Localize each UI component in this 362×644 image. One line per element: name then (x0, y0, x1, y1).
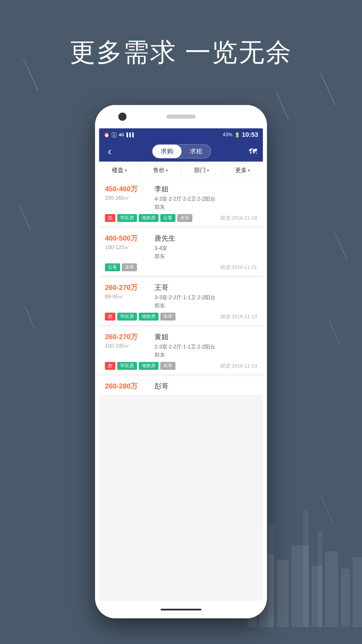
listing-price-area-4: 260-280万 (105, 382, 149, 393)
phone-screen: ⏰ 1 4G ▌▌▌ 43% 🔋 10:53 ‹ 求购 求租 (99, 128, 263, 601)
filter-building[interactable]: 楼盘 ▾ (99, 162, 140, 179)
listing-info-3: 黄姐 2-3室·2-2厅·1-1卫·2-2阳台 郑东 (154, 332, 257, 358)
listing-card-2[interactable]: 260-270万 89-95㎡ 王哥 3-3室·2-2厅·1-1卫·2-2阳台 … (99, 278, 263, 325)
tag-metro-0: 地铁房 (139, 214, 159, 222)
filter-price[interactable]: 售价 ▾ (140, 162, 181, 179)
battery-text: 43% (223, 132, 233, 138)
filter-more-arrow: ▾ (248, 168, 250, 173)
filter-more[interactable]: 更多 ▾ (222, 162, 263, 179)
listing-card-0[interactable]: 450-460万 200-260㎡ 李姐 4-3室·2-2厅·2-2卫·2-2阳… (99, 179, 263, 226)
tab-group-container: 求购 求租 (152, 144, 211, 158)
filter-dept[interactable]: 部门 ▾ (181, 162, 222, 179)
listing-price-3: 260-270万 (105, 332, 138, 341)
tag-school-0: 学区房 (117, 214, 137, 222)
listing-area-1: 100-120㎡ (105, 244, 129, 251)
filter-building-arrow: ▾ (125, 168, 127, 173)
nav-bar: ‹ 求购 求租 🗺 (99, 141, 263, 162)
listing-area-3: 100-105㎡ (105, 342, 129, 349)
listing-price-2: 260-270万 (105, 283, 138, 292)
tag-urgent-3: 急 (105, 362, 115, 370)
phone-frame: ⏰ 1 4G ▌▌▌ 43% 🔋 10:53 ‹ 求购 求租 (95, 105, 267, 618)
listing-info-0: 李姐 4-3室·2-2厅·2-2卫·2-2阳台 郑东 (154, 184, 257, 211)
listing-tags-1: 公客 未审 (105, 263, 137, 271)
listing-card-3[interactable]: 260-270万 100-105㎡ 黄姐 2-3室·2-2厅·1-1卫·2-2阳… (99, 327, 263, 374)
listing-footer-3: 急 学区房 地铁房 未审 跟进:2016-11-23 (105, 362, 257, 370)
map-icon[interactable]: 🗺 (249, 147, 257, 156)
listing-info-4: 彭哥 (154, 382, 257, 393)
filter-more-label: 更多 (235, 166, 247, 174)
tag-metro-3: 地铁房 (139, 362, 159, 370)
listing-price-area-2: 260-270万 89-95㎡ (105, 283, 149, 309)
listing-price-1: 400-500万 (105, 234, 138, 243)
filter-dept-label: 部门 (194, 166, 206, 174)
tab-group: 求购 求租 (115, 144, 249, 158)
listing-tags-0: 急 学区房 地铁房 公客 未审 (105, 214, 192, 222)
filter-price-label: 售价 (153, 166, 165, 174)
listing-footer-0: 急 学区房 地铁房 公客 未审 跟进:2016-11-18 (105, 214, 257, 222)
status-right: 43% 🔋 10:53 (223, 131, 258, 139)
filter-dept-arrow: ▾ (207, 168, 209, 173)
time-display: 10:53 (242, 131, 258, 139)
listing-location-3: 郑东 (154, 351, 257, 358)
filter-building-label: 楼盘 (112, 166, 124, 174)
tag-pending-0: 未审 (177, 214, 192, 222)
status-bar: ⏰ 1 4G ▌▌▌ 43% 🔋 10:53 (99, 128, 263, 141)
signal-icon: ▌▌▌ (126, 132, 135, 137)
sim-icon: 1 (112, 132, 116, 137)
listing-name-4: 彭哥 (154, 382, 257, 391)
listing-main-4: 260-280万 彭哥 (105, 382, 257, 393)
listing-tags-2: 急 学区房 地铁房 未审 (105, 313, 175, 321)
listing-price-area-0: 450-460万 200-260㎡ (105, 184, 149, 211)
listing-main-1: 400-500万 100-120㎡ 唐先生 3-4室 郑东 (105, 234, 257, 260)
listing-detail-3: 2-3室·2-2厅·1-1卫·2-2阳台 (154, 343, 257, 350)
listing-location-1: 郑东 (154, 253, 257, 260)
listing-price-4: 260-280万 (105, 382, 138, 391)
listing-detail-0: 4-3室·2-2厅·2-2卫·2-2阳台 (154, 195, 257, 202)
listing-main-2: 260-270万 89-95㎡ 王哥 3-3室·2-2厅·1-1卫·2-2阳台 … (105, 283, 257, 309)
listing-info-2: 王哥 3-3室·2-2厅·1-1卫·2-2阳台 郑东 (154, 283, 257, 309)
tag-school-3: 学区房 (117, 362, 137, 370)
listing-date-1: 跟进:2016-11-21 (220, 264, 257, 271)
tag-pending-3: 未审 (160, 362, 175, 370)
listing-area-2: 89-95㎡ (105, 293, 124, 300)
back-button[interactable]: ‹ (105, 142, 115, 161)
listing-card-1[interactable]: 400-500万 100-120㎡ 唐先生 3-4室 郑东 公客 未审 (99, 228, 263, 275)
listing-name-0: 李姐 (154, 184, 257, 194)
filter-price-arrow: ▾ (166, 168, 168, 173)
phone-wrapper: ⏰ 1 4G ▌▌▌ 43% 🔋 10:53 ‹ 求购 求租 (95, 105, 267, 618)
phone-speaker (166, 115, 196, 119)
tag-pending-1: 未审 (122, 263, 137, 271)
filter-bar: 楼盘 ▾ 售价 ▾ 部门 ▾ 更多 ▾ (99, 162, 263, 179)
tag-school-2: 学区房 (117, 313, 137, 321)
listing-price-area-3: 260-270万 100-105㎡ (105, 332, 149, 358)
listing-name-2: 王哥 (154, 283, 257, 292)
home-indicator (161, 609, 201, 610)
listing-area-0: 200-260㎡ (105, 195, 129, 202)
phone-bottom-bezel (95, 601, 267, 618)
phone-top-bezel (95, 105, 267, 128)
tag-urgent-2: 急 (105, 313, 115, 321)
listing-date-3: 跟进:2016-11-23 (220, 363, 257, 369)
tag-public-1: 公客 (105, 263, 120, 271)
listing-price-area-1: 400-500万 100-120㎡ (105, 234, 149, 260)
tag-urgent-0: 急 (105, 214, 115, 222)
listing-name-3: 黄姐 (154, 332, 257, 342)
tag-public-0: 公客 (160, 214, 175, 222)
listing-main-0: 450-460万 200-260㎡ 李姐 4-3室·2-2厅·2-2卫·2-2阳… (105, 184, 257, 211)
listing-detail-2: 3-3室·2-2厅·1-1卫·2-2阳台 (154, 294, 257, 301)
alarm-icon: ⏰ (104, 132, 110, 138)
listing-footer-2: 急 学区房 地铁房 未审 跟进:2016-11-13 (105, 313, 257, 321)
network-icon: 4G (119, 132, 124, 137)
tag-metro-2: 地铁房 (139, 313, 159, 321)
tab-buy[interactable]: 求购 (152, 145, 182, 158)
listing-location-0: 郑东 (154, 204, 257, 211)
listing-date-0: 跟进:2016-11-18 (220, 215, 257, 221)
tab-rent[interactable]: 求租 (182, 145, 211, 158)
battery-icon: 🔋 (234, 132, 240, 138)
listing-list: 450-460万 200-260㎡ 李姐 4-3室·2-2厅·2-2卫·2-2阳… (99, 179, 263, 397)
listing-price-0: 450-460万 (105, 184, 138, 193)
listing-card-4[interactable]: 260-280万 彭哥 (99, 376, 263, 395)
listing-main-3: 260-270万 100-105㎡ 黄姐 2-3室·2-2厅·1-1卫·2-2阳… (105, 332, 257, 358)
phone-camera (118, 113, 126, 121)
listing-location-2: 郑东 (154, 302, 257, 309)
